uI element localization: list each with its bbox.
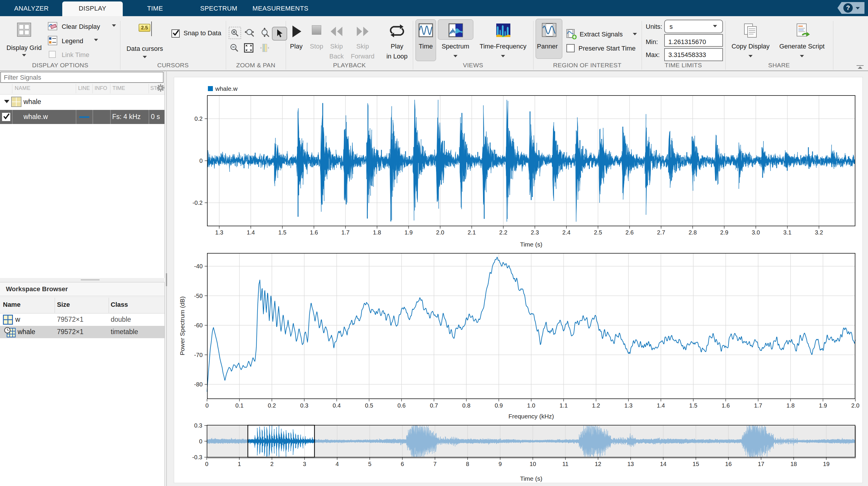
svg-text:-40: -40 — [194, 263, 203, 269]
svg-text:1.6: 1.6 — [721, 402, 730, 409]
svg-text:1.3: 1.3 — [215, 229, 223, 236]
svg-text:0: 0 — [205, 461, 208, 467]
svg-text:19: 19 — [823, 461, 830, 467]
svg-text:1.2: 1.2 — [592, 402, 600, 409]
svg-text:0.7: 0.7 — [430, 402, 438, 409]
svg-text:1.8: 1.8 — [373, 229, 381, 236]
svg-text:1.7: 1.7 — [341, 229, 350, 236]
svg-text:1.4: 1.4 — [247, 229, 255, 236]
svg-text:1.9: 1.9 — [819, 402, 827, 409]
svg-text:7: 7 — [433, 461, 437, 467]
svg-text:2.6: 2.6 — [625, 229, 634, 236]
svg-text:18: 18 — [790, 461, 797, 467]
svg-text:3.0: 3.0 — [752, 229, 760, 236]
svg-text:4: 4 — [336, 461, 339, 467]
svg-text:-0.3: -0.3 — [192, 454, 202, 460]
svg-text:1.4: 1.4 — [657, 402, 665, 409]
svg-text:2.0: 2.0 — [436, 229, 444, 236]
svg-text:11: 11 — [562, 461, 568, 467]
svg-text:8: 8 — [466, 461, 469, 467]
svg-text:2.4: 2.4 — [562, 229, 570, 236]
svg-text:1.1: 1.1 — [559, 402, 568, 409]
svg-text:10: 10 — [529, 461, 536, 467]
svg-text:0.3: 0.3 — [300, 402, 308, 409]
svg-text:0.2: 0.2 — [268, 402, 276, 409]
svg-text:0.5: 0.5 — [365, 402, 373, 409]
svg-text:0.4: 0.4 — [333, 402, 341, 409]
svg-text:whale.w: whale.w — [215, 85, 238, 92]
svg-text:3.2: 3.2 — [815, 229, 823, 236]
svg-text:9: 9 — [499, 461, 502, 467]
svg-text:2.1: 2.1 — [468, 229, 476, 236]
svg-text:0: 0 — [205, 402, 209, 409]
svg-text:2.8: 2.8 — [689, 229, 697, 236]
svg-text:-70: -70 — [194, 352, 203, 358]
svg-text:1: 1 — [238, 461, 241, 467]
svg-text:5: 5 — [368, 461, 371, 467]
svg-text:0.2: 0.2 — [194, 115, 203, 122]
svg-text:14: 14 — [660, 461, 666, 467]
svg-text:12: 12 — [595, 461, 601, 467]
svg-text:2.7: 2.7 — [657, 229, 665, 236]
svg-text:Time (s): Time (s) — [520, 241, 542, 248]
svg-text:0.1: 0.1 — [235, 402, 243, 409]
svg-text:Frequency (kHz): Frequency (kHz) — [508, 413, 554, 420]
svg-text:3: 3 — [303, 461, 306, 467]
svg-text:-0.2: -0.2 — [193, 200, 203, 206]
svg-text:1.9: 1.9 — [405, 229, 413, 236]
svg-text:Time (s): Time (s) — [520, 475, 542, 482]
svg-text:0.8: 0.8 — [462, 402, 470, 409]
svg-text:16: 16 — [725, 461, 732, 467]
svg-text:2.0: 2.0 — [851, 402, 860, 409]
svg-text:1.3: 1.3 — [624, 402, 632, 409]
svg-text:1.0: 1.0 — [527, 402, 535, 409]
svg-text:1.5: 1.5 — [278, 229, 287, 236]
svg-text:0.3: 0.3 — [194, 422, 202, 429]
svg-text:17: 17 — [758, 461, 764, 467]
svg-text:0: 0 — [199, 158, 203, 164]
svg-text:2.9: 2.9 — [720, 229, 728, 236]
svg-text:2: 2 — [271, 461, 274, 467]
svg-text:3.1: 3.1 — [783, 229, 792, 236]
svg-text:0.9: 0.9 — [495, 402, 503, 409]
svg-text:2.2: 2.2 — [499, 229, 507, 236]
svg-text:6: 6 — [401, 461, 404, 467]
svg-text:2.3: 2.3 — [531, 229, 539, 236]
svg-text:-50: -50 — [194, 293, 203, 299]
svg-text:2.5: 2.5 — [594, 229, 602, 236]
svg-text:1.7: 1.7 — [754, 402, 762, 409]
svg-text:15: 15 — [693, 461, 699, 467]
svg-text:0: 0 — [199, 438, 202, 445]
svg-text:-60: -60 — [194, 322, 203, 328]
svg-text:-80: -80 — [194, 381, 203, 388]
svg-text:1.6: 1.6 — [310, 229, 318, 236]
svg-text:Power Spectrum (dB): Power Spectrum (dB) — [179, 296, 186, 355]
svg-text:1.8: 1.8 — [786, 402, 795, 409]
svg-text:13: 13 — [627, 461, 634, 467]
svg-text:1.5: 1.5 — [689, 402, 698, 409]
svg-text:0.6: 0.6 — [397, 402, 405, 409]
